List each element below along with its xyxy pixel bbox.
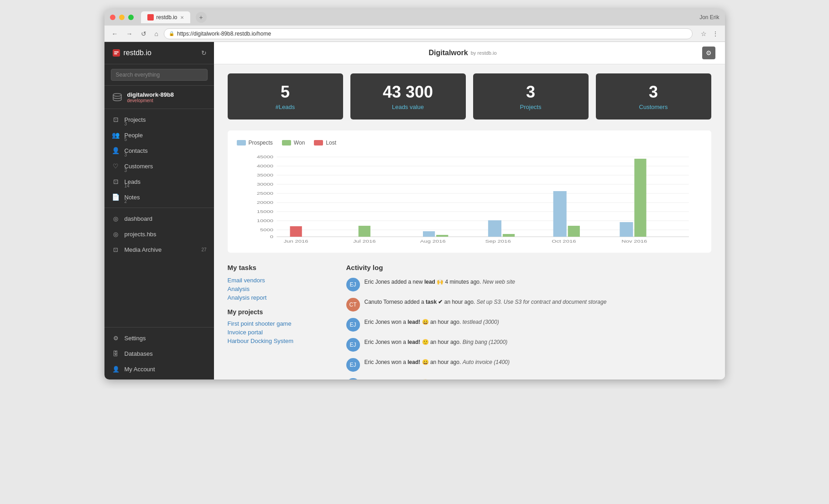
- tab-title: restdb.io: [156, 14, 177, 21]
- sidebar-item-databases-label: Databases: [125, 350, 153, 357]
- svg-rect-28: [488, 220, 501, 237]
- activity-text: Eric Jones won a lead! 🙂 an hour ago. Bi…: [365, 338, 508, 346]
- sidebar-logo-text: restdb.io: [124, 49, 151, 57]
- sidebar-item-notes-label: Notes: [125, 194, 207, 201]
- projects-count: 3: [125, 121, 127, 126]
- svg-text:0: 0: [270, 234, 273, 239]
- svg-rect-25: [358, 226, 370, 237]
- main-content: Digitalwork by restdb.io ⚙ 5 #Leads 43 3…: [214, 42, 725, 379]
- activity-avatar: EJ: [346, 338, 360, 352]
- svg-text:40000: 40000: [256, 164, 273, 168]
- sidebar-header: restdb.io ↻: [104, 42, 214, 64]
- browser-user-label: Jon Erik: [699, 14, 719, 21]
- sidebar-divider-1: [104, 208, 214, 208]
- settings-gear-button[interactable]: ⚙: [702, 47, 715, 59]
- stat-label-customers: Customers: [605, 104, 702, 110]
- sidebar-item-databases[interactable]: 🗄 Databases: [104, 346, 214, 361]
- activity-avatar: EJ: [346, 318, 360, 332]
- tasks-title: My tasks: [228, 264, 328, 271]
- activity-text: Eric Jones added a new lead 🙌 4 minutes …: [365, 278, 516, 286]
- svg-text:Sep 2016: Sep 2016: [485, 239, 511, 244]
- legend-lost-color: [314, 140, 323, 145]
- browser-tab[interactable]: restdb.io ✕: [141, 11, 190, 23]
- leads-icon: ⊡: [112, 177, 120, 186]
- menu-button[interactable]: ⋮: [710, 29, 720, 38]
- sidebar-item-notes[interactable]: 📄 Notes 2: [104, 189, 214, 205]
- activity-text: Eric Jones won a lead! 😀 an hour ago. Au…: [365, 358, 510, 366]
- legend-prospects-label: Prospects: [249, 140, 273, 146]
- maximize-button[interactable]: [128, 15, 134, 20]
- sidebar-item-people[interactable]: 👥 People 5: [104, 127, 214, 143]
- sidebar-item-contacts[interactable]: 👤 Contacts 3: [104, 143, 214, 158]
- chart-svg: 45000 40000 35000 30000 25000 20000 1500…: [237, 152, 702, 244]
- bottom-row: My tasks Email vendors Analysis Analysis…: [228, 264, 711, 379]
- legend-prospects-color: [237, 140, 246, 145]
- address-bar[interactable]: 🔒 https://digitalwork-89b8.restdb.io/hom…: [164, 28, 693, 39]
- sidebar-refresh-button[interactable]: ↻: [201, 49, 207, 57]
- minimize-button[interactable]: [119, 15, 125, 20]
- stat-card-leads-value: 43 300 Leads value: [350, 73, 466, 120]
- legend-won: Won: [282, 140, 305, 146]
- svg-text:10000: 10000: [256, 218, 273, 223]
- databases-icon: 🗄: [112, 349, 120, 358]
- svg-text:20000: 20000: [256, 200, 273, 205]
- db-info: digitalwork-89b8 development: [127, 91, 207, 103]
- back-button[interactable]: ←: [109, 28, 121, 39]
- notes-count: 2: [125, 199, 127, 204]
- project-item-0[interactable]: First point shooter game: [228, 320, 328, 327]
- sidebar-item-dashboard[interactable]: ◎ dashboard: [104, 211, 214, 226]
- svg-rect-2: [114, 53, 117, 54]
- svg-text:Nov 2016: Nov 2016: [621, 239, 647, 244]
- sidebar-item-media-archive[interactable]: ⊡ Media Archive 27: [104, 242, 214, 257]
- sidebar-item-projects-hbs[interactable]: ◎ projects.hbs: [104, 226, 214, 242]
- sidebar-search-container: [104, 64, 214, 86]
- tab-close-icon[interactable]: ✕: [180, 15, 184, 20]
- legend-lost-label: Lost: [326, 140, 336, 146]
- sidebar-item-customers[interactable]: ♡ Customers 3: [104, 158, 214, 174]
- db-icon: [112, 93, 122, 101]
- media-archive-count: 27: [201, 247, 206, 252]
- svg-rect-33: [634, 159, 646, 237]
- stat-value-leads-value: 43 300: [360, 83, 457, 102]
- svg-rect-26: [423, 231, 435, 237]
- search-input[interactable]: [111, 69, 208, 81]
- svg-rect-32: [620, 222, 633, 237]
- url-text: https://digitalwork-89b8.restdb.io/home: [177, 31, 271, 37]
- sidebar-item-my-account[interactable]: 👤 My Account: [104, 361, 214, 377]
- new-tab-button[interactable]: +: [196, 12, 207, 23]
- sidebar-item-projects-hbs-label: projects.hbs: [125, 231, 156, 238]
- main-body: 5 #Leads 43 300 Leads value 3 Projects 3…: [214, 64, 725, 379]
- lock-icon: 🔒: [169, 31, 174, 36]
- task-item-2[interactable]: Analysis report: [228, 294, 328, 301]
- svg-text:30000: 30000: [256, 182, 273, 187]
- sidebar-item-customers-label: Customers: [125, 163, 207, 170]
- sidebar-item-projects[interactable]: ⊡ Projects 3: [104, 112, 214, 127]
- svg-text:Oct 2016: Oct 2016: [552, 239, 576, 244]
- close-button[interactable]: [110, 15, 115, 20]
- main-topbar: Digitalwork by restdb.io ⚙: [214, 42, 725, 64]
- stat-label-projects: Projects: [482, 104, 579, 110]
- task-item-0[interactable]: Email vendors: [228, 277, 328, 284]
- svg-text:Jul 2016: Jul 2016: [353, 239, 376, 244]
- svg-rect-1: [114, 52, 119, 52]
- task-item-1[interactable]: Analysis: [228, 286, 328, 292]
- home-button[interactable]: ⌂: [152, 28, 161, 39]
- stats-row: 5 #Leads 43 300 Leads value 3 Projects 3…: [228, 73, 711, 120]
- svg-rect-24: [290, 226, 302, 237]
- project-item-1[interactable]: Invoice portal: [228, 329, 328, 336]
- db-name: digitalwork-89b8: [127, 91, 207, 98]
- stat-label-leads-value: Leads value: [360, 104, 457, 110]
- legend-won-label: Won: [294, 140, 305, 146]
- sidebar-db-item[interactable]: digitalwork-89b8 development: [104, 86, 214, 109]
- sidebar-item-leads[interactable]: ⊡ Leads 14: [104, 174, 214, 189]
- activity-avatar: EJ: [346, 278, 360, 291]
- star-button[interactable]: ☆: [699, 29, 709, 38]
- customers-icon: ♡: [112, 162, 120, 170]
- sidebar-item-settings[interactable]: ⚙ Settings: [104, 330, 214, 346]
- tasks-section: My tasks Email vendors Analysis Analysis…: [228, 264, 328, 379]
- project-item-2[interactable]: Harbour Docking System: [228, 338, 328, 344]
- stat-label-leads: #Leads: [237, 104, 334, 110]
- forward-button[interactable]: →: [124, 28, 136, 39]
- refresh-button[interactable]: ↺: [138, 28, 149, 39]
- stat-value-leads: 5: [237, 83, 334, 102]
